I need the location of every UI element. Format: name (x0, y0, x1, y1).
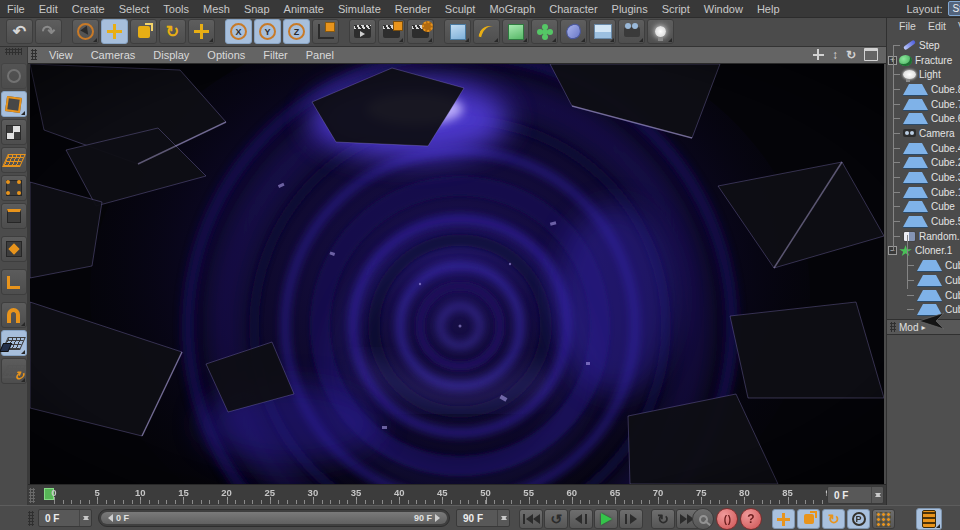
object-row[interactable]: Cube.2 (887, 302, 960, 317)
object-row[interactable]: Cube.3 (887, 170, 960, 185)
object-row[interactable]: Camera (887, 126, 960, 141)
expander-toggle-icon[interactable] (893, 74, 900, 75)
viewport-menu-item[interactable]: Options (198, 49, 254, 61)
add-cube-button[interactable] (444, 19, 471, 44)
rotate-view-icon[interactable]: ↻ (846, 49, 856, 61)
expander-toggle-icon[interactable] (893, 133, 900, 134)
object-manager-menu-item[interactable]: File (893, 20, 922, 32)
texture-mode-button[interactable] (1, 119, 27, 145)
current-frame-field[interactable]: 0 F (827, 486, 884, 504)
expander-toggle-icon[interactable] (893, 104, 900, 105)
stepper-icon[interactable] (79, 510, 91, 526)
scale-tool-button[interactable] (130, 19, 157, 44)
stepper-icon[interactable] (871, 487, 883, 503)
add-spline-button[interactable] (473, 19, 500, 44)
autokey-button[interactable]: ( ) (716, 508, 738, 530)
dock-grip[interactable] (31, 49, 37, 61)
range-right-arrow-icon[interactable] (435, 514, 440, 522)
menu-item[interactable]: Tools (156, 3, 196, 15)
axis-mode-button[interactable] (1, 269, 27, 295)
dock-grip[interactable] (5, 48, 21, 55)
preview-range-slider[interactable]: 0 F 90 F (98, 509, 450, 527)
render-active-view-button[interactable] (378, 19, 405, 44)
viewport-menu-item[interactable]: Cameras (82, 49, 145, 61)
render-view-button[interactable] (349, 19, 376, 44)
object-row[interactable]: Step (887, 38, 960, 53)
workplane-lock-button[interactable] (1, 330, 27, 356)
add-environment-button[interactable] (589, 19, 616, 44)
menu-item[interactable]: Character (542, 3, 604, 15)
dock-grip[interactable] (28, 511, 34, 526)
add-light-button[interactable] (647, 19, 674, 44)
object-row[interactable]: Fracture (887, 53, 960, 68)
redo-button[interactable] (35, 19, 62, 44)
make-editable-button[interactable] (1, 63, 27, 89)
next-key-button[interactable]: ↻ (651, 509, 675, 529)
object-row[interactable]: Cube.5 (887, 258, 960, 273)
coordinate-system-button[interactable] (312, 19, 339, 44)
expander-toggle-icon[interactable] (893, 221, 900, 222)
menu-item[interactable]: Render (388, 3, 438, 15)
menu-item[interactable]: Snap (237, 3, 277, 15)
expander-toggle-icon[interactable] (893, 206, 900, 207)
menu-item[interactable]: Help (750, 3, 787, 15)
record-help-button[interactable]: ? (740, 508, 762, 530)
expander-toggle-icon[interactable] (893, 236, 900, 237)
object-manager-menu-item[interactable]: View (952, 20, 960, 32)
key-parameter-toggle[interactable]: P (847, 509, 870, 529)
snap-button[interactable] (1, 302, 27, 328)
object-row[interactable]: Cube.2 (887, 156, 960, 171)
add-camera-button[interactable] (618, 19, 645, 44)
attribute-manager-title[interactable]: Mod (899, 322, 918, 333)
layout-preset-button[interactable]: St (948, 1, 960, 16)
add-generator-button[interactable] (502, 19, 529, 44)
expander-toggle-icon[interactable] (888, 56, 897, 65)
menu-item[interactable]: Simulate (331, 3, 388, 15)
undo-button[interactable] (6, 19, 33, 44)
object-row[interactable]: Cube.6 (887, 111, 960, 126)
object-row[interactable]: Cube.1 (887, 185, 960, 200)
expander-toggle-icon[interactable] (907, 295, 914, 296)
chevron-right-icon[interactable]: ▸ (921, 323, 925, 332)
y-axis-lock-button[interactable]: Y (254, 19, 281, 44)
workplane-mode-button[interactable] (1, 147, 27, 173)
range-start-field[interactable]: 0 F (38, 509, 92, 527)
render-settings-button[interactable] (407, 19, 434, 44)
object-row[interactable]: Light (887, 67, 960, 82)
maximize-view-icon[interactable] (864, 48, 878, 61)
points-mode-button[interactable] (1, 175, 27, 201)
next-frame-button[interactable] (619, 509, 643, 529)
pan-view-icon[interactable] (813, 49, 824, 60)
expander-toggle-icon[interactable] (893, 89, 900, 90)
range-end-field[interactable]: 90 F (456, 509, 510, 527)
record-keyframe-button[interactable] (692, 508, 714, 530)
dock-grip[interactable] (890, 322, 896, 332)
expander-toggle-icon[interactable] (893, 148, 900, 149)
expander-toggle-icon[interactable] (893, 118, 900, 119)
edges-mode-button[interactable] (1, 203, 27, 229)
expander-toggle-icon[interactable] (893, 162, 900, 163)
menu-item[interactable]: Plugins (605, 3, 655, 15)
prev-key-button[interactable]: ↺ (544, 509, 568, 529)
viewport-menu-item[interactable]: Filter (254, 49, 296, 61)
menu-item[interactable]: MoGraph (482, 3, 542, 15)
object-row[interactable]: Cube.5 (887, 214, 960, 229)
move-tool-button[interactable] (101, 19, 128, 44)
object-row[interactable]: Random.1 (887, 229, 960, 244)
object-row[interactable]: Cube.4 (887, 273, 960, 288)
key-pla-toggle[interactable] (872, 509, 895, 529)
menu-item[interactable]: Mesh (196, 3, 237, 15)
expander-toggle-icon[interactable] (888, 246, 897, 255)
expander-toggle-icon[interactable] (893, 177, 900, 178)
key-position-toggle[interactable] (772, 509, 795, 529)
live-selection-button[interactable] (72, 19, 99, 44)
menu-item[interactable]: Script (655, 3, 697, 15)
expander-toggle-icon[interactable] (893, 45, 900, 46)
object-row[interactable]: Cube.8 (887, 82, 960, 97)
viewport-menu-item[interactable]: Display (144, 49, 198, 61)
menu-item[interactable]: Edit (32, 3, 65, 15)
object-row[interactable]: Cube (887, 200, 960, 215)
key-scale-toggle[interactable] (797, 509, 820, 529)
menu-item[interactable]: Create (65, 3, 112, 15)
timeline-ruler[interactable]: 051015202530354045505560657075808590 (37, 485, 834, 505)
